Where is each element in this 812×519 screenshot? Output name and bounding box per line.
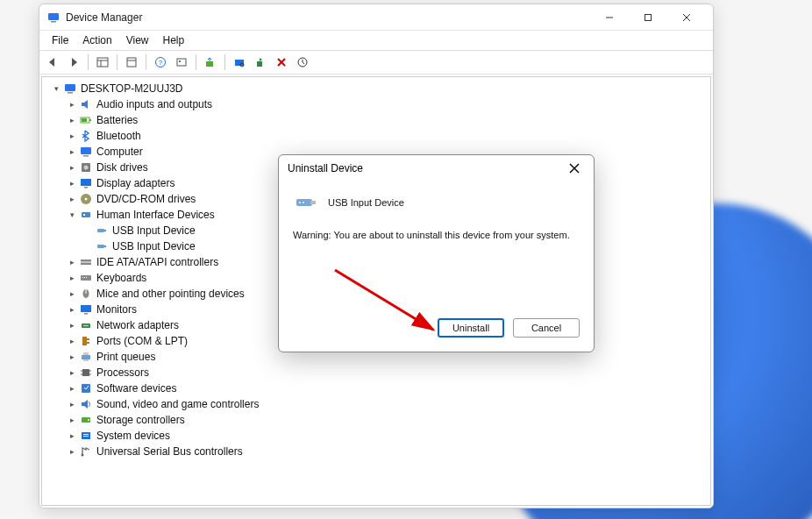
tree-category-label: Human Interface Devices (96, 209, 215, 221)
expander-icon[interactable]: ▸ (67, 147, 77, 156)
svg-rect-32 (84, 187, 88, 188)
battery-icon (79, 113, 93, 127)
expander-icon[interactable]: ▸ (67, 447, 77, 456)
tree-category[interactable]: ▸Batteries (47, 112, 705, 128)
usbctl-icon (79, 444, 93, 459)
svg-rect-37 (97, 229, 104, 232)
tree-category[interactable]: ▸Processors (47, 365, 705, 380)
svg-rect-15 (206, 61, 213, 67)
tree-category[interactable]: ▸Software devices (47, 380, 705, 396)
svg-rect-60 (83, 359, 89, 361)
tree-category-label: Disk drives (96, 161, 148, 174)
show-hide-tree-button[interactable] (93, 53, 112, 72)
expander-icon[interactable]: ▸ (67, 100, 77, 109)
expander-icon[interactable]: ▸ (67, 305, 77, 314)
properties-button[interactable] (122, 53, 141, 72)
expander-icon[interactable]: ▸ (67, 352, 77, 361)
expander-icon[interactable]: ▸ (67, 321, 77, 330)
svg-rect-55 (82, 337, 87, 345)
tree-root[interactable]: ▾DESKTOP-M2UUJ3D (47, 81, 705, 96)
expander-icon[interactable]: ▸ (67, 400, 77, 409)
scan-hardware-button[interactable] (293, 53, 312, 72)
scan-button[interactable] (230, 53, 249, 72)
hid-icon (79, 208, 93, 222)
uninstall-confirm-button[interactable]: Uninstall (438, 318, 504, 338)
system-icon (79, 429, 93, 443)
expander-icon[interactable]: ▸ (67, 384, 77, 393)
tree-category-label: Universal Serial Bus controllers (96, 445, 243, 458)
menu-file[interactable]: File (45, 32, 75, 48)
dialog-titlebar[interactable]: Uninstall Device (279, 155, 594, 181)
enable-button[interactable] (251, 53, 270, 72)
minimize-button[interactable] (590, 5, 629, 30)
tree-category[interactable]: ▸Bluetooth (47, 128, 705, 144)
svg-rect-39 (97, 245, 104, 248)
dialog-title: Uninstall Device (288, 162, 564, 174)
uninstall-button[interactable] (272, 53, 291, 72)
expander-icon[interactable]: ▸ (67, 431, 77, 440)
expander-icon[interactable]: ▸ (67, 337, 77, 345)
cancel-button[interactable]: Cancel (513, 318, 580, 338)
dialog-close-button[interactable] (564, 158, 585, 179)
window-title: Device Manager (66, 11, 590, 24)
expander-icon[interactable]: ▸ (67, 116, 77, 124)
svg-rect-66 (82, 384, 90, 393)
menu-help[interactable]: Help (156, 32, 192, 48)
expander-icon[interactable]: ▸ (67, 132, 77, 140)
ide-icon (79, 255, 93, 269)
svg-rect-76 (310, 201, 316, 204)
toolbar-separator (117, 54, 118, 70)
svg-rect-40 (104, 245, 106, 247)
svg-rect-26 (82, 118, 87, 122)
action-button[interactable] (172, 53, 191, 72)
svg-point-77 (299, 202, 301, 203)
tree-category-label: Audio inputs and outputs (96, 98, 212, 110)
svg-rect-23 (68, 92, 73, 94)
expander-icon[interactable]: ▸ (67, 274, 77, 282)
usb-icon (95, 224, 109, 238)
tree-category[interactable]: ▸Universal Serial Bus controllers (47, 444, 705, 459)
svg-rect-49 (81, 305, 91, 312)
tree-category[interactable]: ▸Storage controllers (47, 412, 705, 428)
tree-category[interactable]: ▸System devices (47, 428, 705, 444)
tree-category-label: Storage controllers (96, 414, 185, 426)
expander-icon[interactable]: ▸ (67, 258, 77, 267)
tree-category-label: Network adapters (96, 319, 179, 331)
expander-icon[interactable]: ▾ (67, 210, 77, 219)
menubar: File Action View Help (39, 31, 713, 50)
tree-root-label: DESKTOP-M2UUJ3D (81, 82, 182, 95)
svg-rect-35 (82, 212, 90, 217)
sound-icon (79, 397, 93, 411)
dvd-icon (79, 192, 93, 206)
svg-rect-38 (104, 230, 106, 231)
expander-icon[interactable]: ▸ (67, 289, 77, 298)
expander-icon[interactable]: ▸ (67, 163, 77, 172)
expander-icon[interactable]: ▸ (67, 179, 77, 188)
expander-icon[interactable]: ▸ (67, 416, 77, 424)
svg-rect-27 (81, 147, 91, 154)
software-icon (79, 381, 93, 395)
svg-rect-16 (235, 60, 244, 66)
tree-category[interactable]: ▸Sound, video and game controllers (47, 396, 705, 412)
toolbar-separator (196, 54, 196, 70)
menu-view[interactable]: View (119, 32, 156, 48)
svg-point-78 (303, 202, 304, 203)
expander-icon[interactable]: ▸ (67, 195, 77, 203)
tree-category-label: Monitors (96, 303, 137, 316)
toolbar: ? (39, 50, 713, 75)
titlebar[interactable]: Device Manager (39, 4, 713, 31)
back-button[interactable] (43, 53, 62, 72)
tree-category-label: Sound, video and game controllers (96, 398, 259, 410)
expander-icon[interactable]: ▸ (67, 368, 77, 377)
tree-category[interactable]: ▸Audio inputs and outputs (47, 96, 705, 112)
forward-button[interactable] (64, 53, 83, 72)
svg-rect-3 (645, 14, 652, 20)
menu-action[interactable]: Action (75, 32, 118, 48)
ports-icon (79, 334, 93, 348)
update-driver-button[interactable] (201, 53, 220, 72)
svg-rect-46 (86, 277, 87, 278)
maximize-button[interactable] (629, 5, 667, 30)
close-button[interactable] (667, 5, 706, 30)
usb-device-icon (293, 192, 319, 213)
help-button[interactable]: ? (151, 53, 170, 72)
